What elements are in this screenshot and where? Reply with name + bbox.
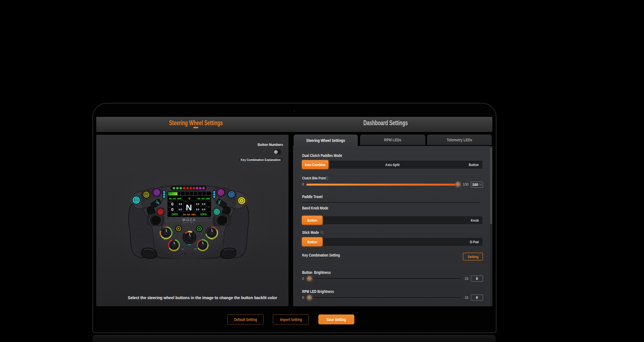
svg-text:P: P	[241, 200, 242, 202]
svg-text:BRB: BRB	[135, 200, 138, 201]
